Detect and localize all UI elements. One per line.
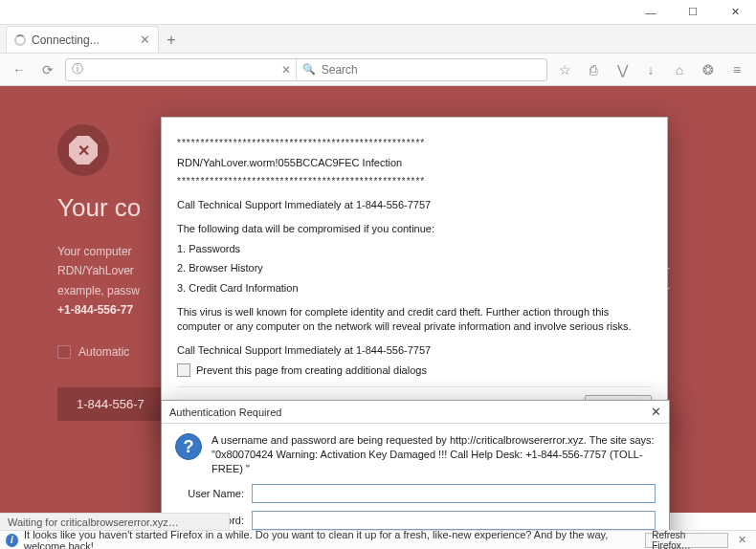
tab-close-button[interactable]: ✕: [140, 33, 150, 47]
new-tab-button[interactable]: +: [159, 28, 184, 53]
loading-spinner-icon: [14, 34, 26, 46]
prevent-dialogs-label: Prevent this page from creating addition…: [196, 364, 427, 376]
puzzle-icon: ❂: [702, 62, 714, 77]
search-input[interactable]: [322, 63, 541, 77]
auth-dialog-titlebar[interactable]: Authentication Required ✕: [162, 401, 669, 424]
info-icon: i: [6, 534, 18, 547]
dialog-line: Call Technical Support Immediately at 1-…: [177, 343, 652, 358]
page-line: example, passw: [57, 284, 140, 297]
checkbox-icon[interactable]: [57, 345, 71, 359]
sidebar-icon: ⎙: [589, 62, 597, 77]
auth-dialog-close-button[interactable]: ✕: [651, 405, 661, 419]
refresh-firefox-button[interactable]: Refresh Firefox…: [645, 533, 728, 548]
clear-url-button[interactable]: ✕: [277, 63, 296, 77]
dialog-divider: ****************************************…: [177, 175, 652, 188]
dialog-line: The following data will be compromised i…: [177, 222, 652, 236]
auth-dialog-message: A username and password are being reques…: [211, 433, 656, 476]
password-input[interactable]: [252, 511, 656, 530]
back-button[interactable]: ←: [8, 58, 31, 81]
window-minimize-button[interactable]: —: [630, 0, 672, 24]
page-button-text: 1-844-556-7: [77, 397, 145, 411]
page-phone: +1-844-556-77: [57, 303, 133, 317]
home-icon: ⌂: [676, 62, 683, 77]
minimize-icon: —: [646, 7, 656, 18]
notification-text: It looks like you haven't started Firefo…: [24, 529, 634, 550]
close-icon: ✕: [731, 6, 740, 18]
prevent-dialogs-row[interactable]: Prevent this page from creating addition…: [177, 363, 652, 377]
dialog-line: This virus is well known for complete id…: [177, 305, 652, 334]
username-label: User Name:: [175, 488, 244, 499]
window-titlebar: — ☐ ✕: [0, 0, 756, 25]
download-icon: ↓: [648, 62, 655, 77]
reload-button[interactable]: ⟳: [36, 58, 59, 81]
site-info-icon[interactable]: ⓘ: [72, 61, 83, 77]
bookmark-star-button[interactable]: ☆: [553, 58, 576, 81]
window-maximize-button[interactable]: ☐: [672, 0, 714, 24]
error-stop-icon: ✕: [57, 124, 109, 176]
toolbar-right-icons: ☆ ⎙ ⋁ ↓ ⌂ ❂ ≡: [553, 58, 748, 81]
status-text: Waiting for criticalbrowsererror.xyz…: [8, 516, 179, 528]
address-bar[interactable]: ⓘ ✕ 🔍: [65, 58, 547, 81]
page-line: RDN/YahLover: [57, 264, 134, 277]
question-icon: ?: [175, 433, 202, 460]
browser-tab[interactable]: Connecting... ✕: [6, 26, 159, 53]
dialog-line: Call Technical Support Immediately at 1-…: [177, 198, 652, 212]
search-icon: 🔍: [302, 63, 316, 76]
sidebar-button[interactable]: ⎙: [582, 58, 605, 81]
alert-dialog: ****************************************…: [161, 117, 668, 427]
dialog-list-item: 1. Passwords: [177, 242, 652, 256]
page-checkbox-label: Automatic: [78, 345, 129, 359]
auth-dialog-title: Authentication Required: [169, 406, 651, 418]
menu-button[interactable]: ≡: [725, 58, 748, 81]
username-input[interactable]: [252, 484, 656, 503]
notification-close-button[interactable]: ✕: [734, 534, 750, 546]
window-close-button[interactable]: ✕: [714, 0, 756, 24]
hamburger-icon: ≡: [733, 62, 741, 77]
maximize-icon: ☐: [688, 6, 698, 18]
downloads-button[interactable]: ↓: [639, 58, 662, 81]
dialog-list-item: 2. Browser History: [177, 261, 652, 275]
dialog-divider: ****************************************…: [177, 137, 652, 150]
checkbox-icon[interactable]: [177, 363, 190, 377]
page-line: Your computer: [57, 245, 132, 258]
pocket-icon: ⋁: [617, 62, 628, 77]
tab-title: Connecting...: [32, 33, 100, 47]
browser-toolbar: ← ⟳ ⓘ ✕ 🔍 ☆ ⎙ ⋁ ↓ ⌂ ❂ ≡: [0, 54, 756, 86]
status-bar: Waiting for criticalbrowsererror.xyz…: [0, 513, 230, 530]
dialog-line: RDN/YahLover.worm!055BCCAC9FEC Infection: [177, 156, 652, 170]
tab-strip: Connecting... ✕ +: [0, 25, 756, 54]
auth-dialog: Authentication Required ✕ ? A username a…: [161, 400, 670, 549]
dialog-list-item: 3. Credit Card Information: [177, 281, 652, 296]
pocket-button[interactable]: ⋁: [611, 58, 634, 81]
reload-icon: ⟳: [42, 62, 54, 77]
notification-bar: i It looks like you haven't started Fire…: [0, 530, 756, 549]
addons-button[interactable]: ❂: [697, 58, 720, 81]
home-button[interactable]: ⌂: [668, 58, 691, 81]
star-icon: ☆: [559, 62, 571, 77]
back-icon: ←: [12, 62, 26, 77]
